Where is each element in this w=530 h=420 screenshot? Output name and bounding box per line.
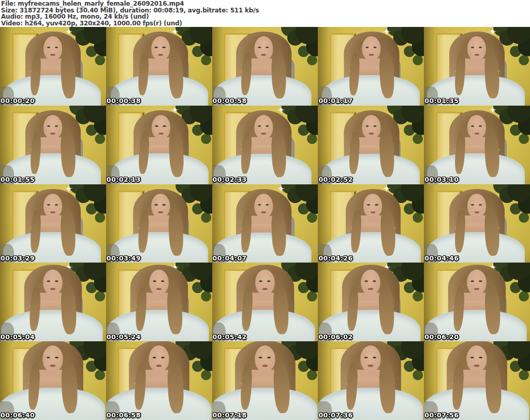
video-thumbnail: 00:06:40 — [0, 341, 106, 420]
timestamp-overlay: 00:06:02 — [318, 334, 352, 341]
timestamp-overlay: 00:03:29 — [1, 255, 35, 262]
video-thumbnail: 00:04:46 — [424, 184, 530, 263]
video-contact-sheet: { "header": { "lines": [ "File: myfreeca… — [0, 0, 530, 420]
face-shape — [361, 270, 380, 295]
person-silhouette — [106, 263, 212, 341]
face-shape — [255, 270, 274, 295]
face-shape — [43, 36, 62, 61]
video-thumbnail: 00:00:58 — [212, 27, 318, 106]
timestamp-overlay: 00:05:42 — [213, 334, 247, 341]
face-shape — [467, 36, 486, 61]
person-silhouette — [318, 263, 424, 341]
person-silhouette — [212, 263, 318, 341]
face-shape — [362, 115, 381, 139]
person-silhouette — [108, 106, 212, 184]
video-thumbnail: 00:04:26 — [318, 184, 424, 263]
face-shape — [149, 270, 168, 295]
person-silhouette — [424, 184, 530, 263]
face-shape — [43, 115, 62, 139]
video-thumbnail: 00:00:20 — [0, 27, 106, 106]
face-shape — [151, 194, 170, 218]
person-silhouette — [318, 341, 424, 420]
video-thumbnail: 00:02:13 — [106, 106, 212, 184]
video-thumbnail: 00:03:29 — [0, 184, 106, 263]
eye-shape — [479, 204, 482, 206]
timestamp-overlay: 00:04:26 — [318, 255, 352, 262]
webcam-frame: 00:05:24 — [106, 263, 212, 341]
webcam-frame: 00:07:36 — [318, 341, 424, 420]
timestamp-overlay: 00:00:20 — [1, 98, 35, 105]
person-silhouette — [319, 27, 424, 106]
person-silhouette — [319, 106, 424, 184]
eye-shape — [471, 204, 475, 206]
person-silhouette — [320, 184, 424, 263]
face-shape — [362, 36, 381, 61]
webcam-frame: 00:04:46 — [424, 184, 530, 263]
person-silhouette — [212, 27, 317, 106]
eye-shape — [257, 204, 261, 205]
eye-shape — [47, 125, 51, 127]
webcam-frame: 00:00:20 — [0, 27, 106, 106]
person-silhouette — [0, 27, 106, 106]
face-shape — [467, 194, 486, 218]
face-shape — [361, 345, 381, 372]
webcam-frame: 00:05:42 — [212, 263, 318, 341]
file-name-line: File: myfreecams_helen_marly_female_2609… — [1, 1, 530, 7]
timestamp-overlay: 00:02:13 — [107, 177, 141, 183]
timestamp-overlay: 00:07:56 — [424, 412, 459, 419]
timestamp-overlay: 00:04:07 — [213, 255, 247, 262]
webcam-frame: 00:04:26 — [318, 184, 424, 263]
webcam-frame: 00:02:13 — [106, 106, 212, 184]
face-shape — [254, 115, 273, 139]
mouth-shape — [475, 211, 479, 213]
video-thumbnail: 00:02:52 — [318, 106, 424, 184]
webcam-frame: 00:01:35 — [424, 27, 530, 106]
webcam-frame: 00:06:40 — [0, 341, 106, 420]
timestamp-overlay: 00:07:36 — [318, 412, 352, 419]
video-thumbnail: 00:03:49 — [106, 184, 212, 263]
person-silhouette — [212, 106, 317, 184]
webcam-frame: 00:06:58 — [106, 341, 212, 420]
face-shape — [466, 345, 487, 372]
webcam-frame: 00:07:56 — [424, 341, 530, 420]
face-shape — [363, 194, 382, 218]
thumbnail-grid: 00:00:20 00:0 — [0, 27, 530, 420]
face-shape — [151, 36, 170, 61]
face-shape — [43, 270, 62, 295]
timestamp-overlay: 00:04:46 — [424, 255, 459, 262]
video-info-line: Video: h264, yuv420p, 320x240, 1000.00 f… — [1, 20, 530, 27]
face-shape — [255, 345, 275, 372]
video-thumbnail: 00:06:20 — [424, 263, 530, 341]
timestamp-overlay: 00:03:49 — [107, 255, 141, 262]
video-thumbnail: 00:02:33 — [212, 106, 318, 184]
webcam-frame: 00:02:52 — [318, 106, 424, 184]
file-metadata-header: File: myfreecams_helen_marly_female_2609… — [0, 0, 530, 27]
eye-shape — [47, 204, 51, 206]
timestamp-overlay: 00:05:24 — [107, 334, 141, 341]
person-silhouette — [424, 341, 530, 420]
webcam-frame: 00:00:58 — [212, 27, 318, 106]
face-shape — [254, 194, 273, 218]
video-thumbnail: 00:01:35 — [424, 27, 530, 106]
mouth-shape — [50, 211, 55, 213]
face-shape — [43, 194, 62, 218]
face-shape — [467, 115, 486, 139]
person-silhouette — [212, 341, 318, 420]
timestamp-overlay: 00:02:52 — [318, 177, 352, 183]
person-silhouette — [108, 184, 212, 263]
webcam-frame: 00:03:49 — [106, 184, 212, 263]
webcam-frame: 00:06:02 — [318, 263, 424, 341]
eye-shape — [257, 125, 261, 127]
eye-shape — [266, 125, 269, 127]
webcam-frame: 00:05:04 — [0, 263, 106, 341]
webcam-frame: 00:02:33 — [212, 106, 318, 184]
eye-shape — [266, 204, 269, 206]
face-shape — [254, 36, 273, 61]
face-shape — [152, 115, 170, 139]
video-thumbnail: 00:05:24 — [106, 263, 212, 341]
video-thumbnail: 00:00:38 — [106, 27, 212, 106]
mouth-shape — [261, 133, 266, 135]
webcam-frame: 00:06:20 — [424, 263, 530, 341]
face-shape — [42, 345, 63, 372]
person-silhouette — [424, 106, 530, 184]
